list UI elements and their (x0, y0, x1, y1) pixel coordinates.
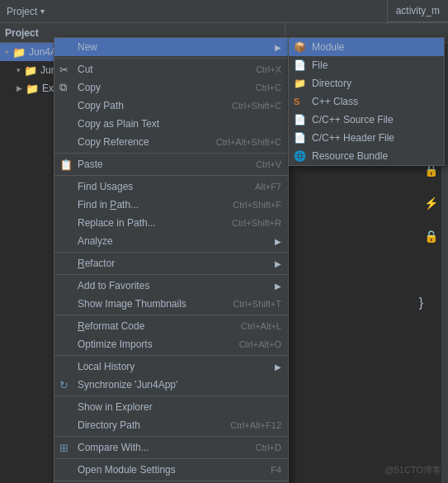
submenu-arrow-refactor: ▶ (275, 259, 281, 268)
sub-menu-item-cppsource[interactable]: 📄 C/C++ Source File (289, 111, 444, 129)
menu-item-replaceinpath[interactable]: Replace in Path... Ctrl+Shift+R (54, 214, 288, 232)
module-icon: 📁 (24, 64, 37, 77)
separator-5 (54, 274, 288, 275)
menu-item-openmodulesettings[interactable]: Open Module Settings F4 (54, 461, 288, 479)
menu-item-synchronize[interactable]: ↻ Synchronize 'Jun4App' (54, 376, 288, 394)
project-header-label: Project (5, 27, 39, 39)
sub-menu-item-resourcebundle-label: Resource Bundle (312, 150, 388, 162)
menu-item-reformat[interactable]: Reformat Code Ctrl+Alt+L (54, 317, 288, 335)
menu-item-paste-label: Paste (78, 159, 103, 170)
menu-item-cut[interactable]: ✂ Cut Ctrl+X (54, 60, 288, 78)
sub-menu-item-module[interactable]: 📦 Module (289, 38, 444, 56)
submenu-arrow-history: ▶ (275, 362, 281, 372)
menu-item-analyze-label: Analyze (78, 235, 113, 247)
submenu-arrow-analyze: ▶ (275, 237, 281, 246)
menu-item-copy-label: Copy (78, 82, 101, 93)
menu-item-addtofavs-label: Add to Favorites (78, 280, 149, 291)
sub-menu-item-directory[interactable]: 📁 Directory (289, 74, 444, 92)
separator-8 (54, 395, 288, 396)
optimizeimports-shortcut: Ctrl+Alt+O (223, 339, 281, 349)
menu-item-findinpath-label: Find in Path... (78, 199, 139, 211)
menu-item-optimizeimports[interactable]: Optimize Imports Ctrl+Alt+O (54, 335, 288, 353)
menu-item-showthumbs[interactable]: Show Image Thumbnails Ctrl+Shift+T (54, 295, 288, 313)
menu-item-new[interactable]: New ▶ (54, 38, 288, 56)
menu-item-directorypath[interactable]: Directory Path Ctrl+Alt+F12 (54, 416, 288, 434)
separator-2 (54, 153, 288, 154)
separator-1 (54, 58, 288, 59)
menu-item-cut-label: Cut (78, 64, 93, 75)
sub-menu-item-file-label: File (312, 59, 328, 71)
cut-icon: ✂ (59, 64, 68, 76)
paste-icon: 📋 (59, 159, 73, 171)
arrow-icon: ▾ (17, 66, 21, 74)
menu-item-replaceinpath-label: Replace in Path... (78, 217, 156, 229)
gutter-icon-3: ⚡ (424, 197, 438, 210)
activity-tab[interactable]: activity_m (387, 0, 448, 22)
openmodulesettings-shortcut: F4 (254, 465, 281, 475)
sub-menu-item-cppclass[interactable]: S C++ Class (289, 92, 444, 111)
menu-item-paste[interactable]: 📋 Paste Ctrl+V (54, 155, 288, 173)
cppclass-icon: S (294, 97, 299, 107)
menu-item-new-label: New (78, 41, 97, 53)
sub-menu-item-cppheader[interactable]: 📄 C/C++ Header File (289, 129, 444, 147)
context-menu-sub-new: 📦 Module 📄 File 📁 Directory S C++ Class … (288, 37, 445, 166)
showthumbs-shortcut: Ctrl+Shift+T (216, 299, 281, 309)
menu-item-copy[interactable]: ⧉ Copy Ctrl+C (54, 78, 288, 97)
sync-icon: ↻ (59, 379, 68, 391)
sub-menu-item-cppclass-label: C++ Class (312, 96, 358, 107)
brace-icon: } (419, 296, 423, 310)
watermark: @51CTO博客 (385, 464, 441, 476)
directory-icon: 📁 (294, 78, 306, 89)
menu-item-showthumbs-label: Show Image Thumbnails (78, 298, 186, 310)
menu-item-analyze[interactable]: Analyze ▶ (54, 232, 288, 250)
comparewith-icon: ⊞ (59, 442, 68, 454)
menu-item-synchronize-label: Synchronize 'Jun4App' (78, 379, 177, 391)
findinpath-shortcut: Ctrl+Shift+F (216, 200, 281, 210)
cut-shortcut: Ctrl+X (239, 64, 281, 74)
arrow-icon: ▶ (17, 84, 22, 92)
submenu-arrow-favs: ▶ (275, 282, 281, 291)
menu-item-copyplain[interactable]: Copy as Plain Text (54, 115, 288, 133)
file-icon: 📄 (294, 59, 306, 71)
menu-item-optimizeimports-label: Optimize Imports (78, 339, 153, 350)
title-bar: Project ▾ ⚙ ⟳ ↕ activity_m (0, 0, 448, 23)
separator-3 (54, 175, 288, 176)
menu-item-localhistory[interactable]: Local History ▶ (54, 358, 288, 376)
sub-menu-item-resourcebundle[interactable]: 🌐 Resource Bundle (289, 147, 444, 165)
resourcebundle-icon: 🌐 (294, 150, 306, 162)
menu-item-comparewith[interactable]: ⊞ Compare With... Ctrl+D (54, 438, 288, 457)
menu-item-reformat-label: Reformat Code (78, 320, 144, 332)
sub-menu-item-cppsource-label: C/C++ Source File (312, 114, 394, 125)
folder-icon: 📁 (12, 46, 26, 59)
menu-item-refactor[interactable]: Refactor ▶ (54, 254, 288, 272)
menu-item-copyplain-label: Copy as Plain Text (78, 118, 159, 130)
comparewith-shortcut: Ctrl+D (239, 443, 281, 452)
menu-item-addtofavs[interactable]: Add to Favorites ▶ (54, 277, 288, 295)
menu-item-findinpath[interactable]: Find in Path... Ctrl+Shift+F (54, 196, 288, 214)
separator-7 (54, 355, 288, 356)
menu-item-findusages[interactable]: Find Usages Alt+F7 (54, 178, 288, 196)
separator-11 (54, 481, 288, 481)
replaceinpath-shortcut: Ctrl+Shift+R (215, 218, 281, 228)
menu-item-localhistory-label: Local History (78, 361, 134, 372)
separator-6 (54, 315, 288, 315)
findusages-shortcut: Alt+F7 (238, 182, 281, 192)
title-bar-arrow: ▾ (40, 7, 45, 16)
sub-menu-item-cppheader-label: C/C++ Header File (312, 132, 394, 144)
separator-9 (54, 436, 288, 437)
separator-10 (54, 458, 288, 459)
menu-item-openmodulesettings-label: Open Module Settings (78, 464, 176, 476)
project-label: Project (7, 6, 37, 17)
menu-item-comparewith-label: Compare With... (78, 442, 149, 453)
menu-item-refactor-label: Refactor (78, 258, 115, 269)
menu-item-showinexplorer[interactable]: Show in Explorer (54, 398, 288, 416)
menu-item-copypath[interactable]: Copy Path Ctrl+Shift+C (54, 97, 288, 115)
sub-menu-item-file[interactable]: 📄 File (289, 56, 444, 74)
context-menu-main: New ▶ ✂ Cut Ctrl+X ⧉ Copy Ctrl+C Copy Pa… (54, 37, 289, 483)
menu-item-copypath-label: Copy Path (78, 100, 124, 111)
copypath-shortcut: Ctrl+Shift+C (215, 101, 281, 111)
sub-menu-item-module-label: Module (312, 41, 344, 53)
copy-shortcut: Ctrl+C (239, 83, 281, 92)
menu-item-copyref[interactable]: Copy Reference Ctrl+Alt+Shift+C (54, 133, 288, 151)
gutter-icon-4: 🔒 (424, 230, 438, 243)
